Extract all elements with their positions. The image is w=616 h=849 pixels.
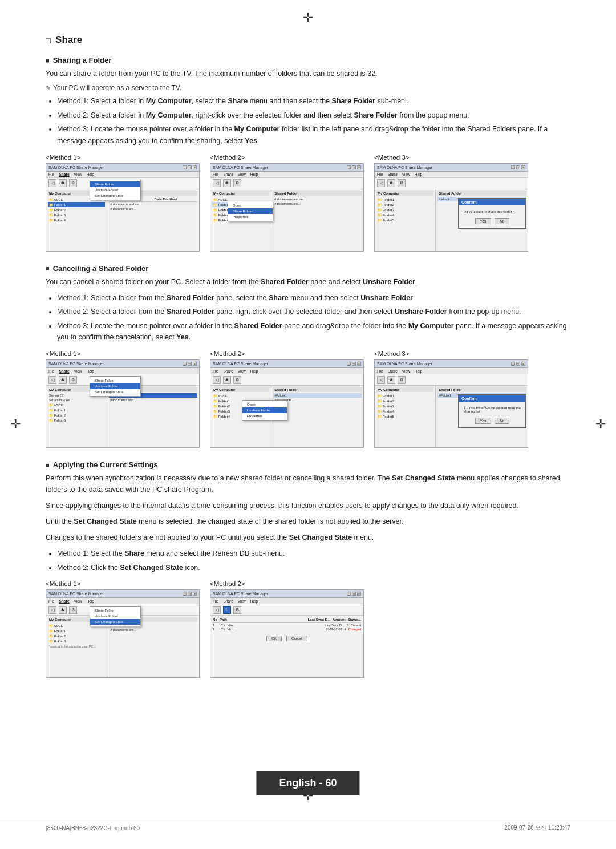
- minimize-btn[interactable]: _: [183, 362, 187, 366]
- toolbar-btn1[interactable]: ◁: [377, 376, 385, 384]
- toolbar-btn3[interactable]: ⚙: [69, 179, 77, 187]
- toolbar-btn3[interactable]: ⚙: [233, 376, 241, 384]
- toolbar-btn2[interactable]: ✱: [387, 179, 395, 187]
- menu-file[interactable]: File: [213, 599, 218, 603]
- toolbar-btn2[interactable]: ✱: [59, 376, 67, 384]
- folder-item[interactable]: 📁 Folder3: [376, 403, 433, 409]
- menu-share[interactable]: Share: [387, 369, 397, 373]
- maximize-btn[interactable]: □: [188, 362, 192, 366]
- maximize-btn[interactable]: □: [352, 165, 356, 169]
- folder-item[interactable]: 📁 Folder2: [48, 413, 105, 418]
- close-btn[interactable]: ×: [357, 362, 361, 366]
- menu-help[interactable]: Help: [87, 172, 94, 176]
- menu-view[interactable]: View: [74, 369, 82, 373]
- close-btn[interactable]: ×: [193, 592, 197, 596]
- set-changed-state-btn[interactable]: ↻: [223, 606, 231, 614]
- no-button[interactable]: No: [495, 418, 509, 424]
- maximize-btn[interactable]: □: [352, 592, 356, 596]
- minimize-btn[interactable]: _: [511, 165, 515, 169]
- toolbar-btn3[interactable]: ⚙: [69, 606, 77, 614]
- unshare-folder-item[interactable]: Unshare Folder: [90, 383, 140, 389]
- yes-button[interactable]: Yes: [475, 418, 492, 424]
- menu-share[interactable]: Share: [59, 599, 69, 603]
- share-folder-item[interactable]: Share Folder: [90, 608, 140, 613]
- ctx-properties[interactable]: Properties: [228, 214, 273, 220]
- menu-help[interactable]: Help: [250, 369, 258, 373]
- share-folder-item[interactable]: Share Folder: [90, 181, 140, 187]
- menu-help[interactable]: Help: [87, 599, 94, 603]
- set-changed-item[interactable]: Set Changed State: [90, 389, 140, 395]
- shared-item[interactable]: # documents and set...: [109, 202, 197, 207]
- menu-share[interactable]: Share: [223, 172, 233, 176]
- menu-share[interactable]: Share: [223, 369, 233, 373]
- menu-file[interactable]: File: [213, 172, 218, 176]
- menu-share[interactable]: Share: [59, 172, 69, 176]
- unshare-folder-item[interactable]: Unshare Folder: [90, 187, 140, 193]
- folder-item[interactable]: 📁 Folder3: [48, 638, 105, 644]
- minimize-btn[interactable]: _: [183, 592, 187, 596]
- shared-item[interactable]: # documents and set...: [273, 197, 362, 201]
- close-btn[interactable]: ×: [193, 165, 197, 169]
- folder-item[interactable]: 📁 ASCE: [212, 393, 269, 398]
- folder-item[interactable]: 📁 Folder2: [376, 202, 433, 207]
- maximize-btn[interactable]: □: [516, 362, 520, 366]
- folder-item[interactable]: Set Smbre & Re...: [48, 398, 105, 402]
- shared-item[interactable]: #documents and...: [109, 398, 197, 402]
- close-btn[interactable]: ×: [357, 165, 361, 169]
- toolbar-btn3[interactable]: ⚙: [233, 606, 241, 614]
- maximize-btn[interactable]: □: [188, 592, 192, 596]
- menu-help[interactable]: Help: [415, 172, 422, 176]
- menu-share[interactable]: Share: [387, 172, 397, 176]
- folder-item[interactable]: 📁 Folder5: [376, 217, 433, 223]
- maximize-btn[interactable]: □: [516, 165, 520, 169]
- toolbar-btn2[interactable]: ✱: [59, 179, 67, 187]
- ok-button[interactable]: OK: [266, 636, 282, 641]
- folder-item[interactable]: 📁 Folder1: [48, 407, 105, 413]
- ctx-properties[interactable]: Properties: [242, 413, 287, 419]
- menu-file[interactable]: File: [48, 369, 54, 373]
- no-button[interactable]: No: [495, 218, 509, 224]
- close-btn[interactable]: ×: [357, 592, 361, 596]
- toolbar-btn2[interactable]: ✱: [223, 376, 231, 384]
- menu-view[interactable]: View: [238, 369, 246, 373]
- folder-item[interactable]: 📁 ASCE: [48, 402, 105, 407]
- share-folder-item[interactable]: Share Folder: [90, 378, 140, 383]
- close-btn[interactable]: ×: [193, 362, 197, 366]
- ctx-open[interactable]: Open: [228, 203, 273, 208]
- cancel-button[interactable]: Cancel: [286, 636, 307, 641]
- menu-view[interactable]: View: [74, 599, 82, 603]
- folder-item[interactable]: 📁 Folder2: [48, 207, 105, 212]
- menu-help[interactable]: Help: [250, 599, 258, 603]
- minimize-btn[interactable]: _: [511, 362, 515, 366]
- toolbar-btn3[interactable]: ⚙: [398, 376, 406, 384]
- menu-view[interactable]: View: [238, 599, 246, 603]
- shared-item[interactable]: # documents are...: [109, 628, 197, 632]
- maximize-btn[interactable]: □: [352, 362, 356, 366]
- toolbar-btn3[interactable]: ⚙: [69, 376, 77, 384]
- toolbar-btn2[interactable]: ✱: [59, 606, 67, 614]
- minimize-btn[interactable]: _: [347, 362, 351, 366]
- folder-item[interactable]: 📁 Folder1: [48, 628, 105, 633]
- ctx-unshare-folder[interactable]: Unshare Folder: [242, 407, 287, 413]
- folder-item[interactable]: 📁 Folder1: [376, 393, 433, 398]
- toolbar-btn1[interactable]: ◁: [213, 376, 221, 384]
- folder-item-selected[interactable]: 📁 Folder1: [48, 202, 105, 207]
- toolbar-btn2[interactable]: ✱: [387, 376, 395, 384]
- toolbar-btn1[interactable]: ◁: [48, 376, 56, 384]
- folder-item[interactable]: 📁 Folder2: [48, 633, 105, 638]
- close-btn[interactable]: ×: [521, 362, 525, 366]
- menu-view[interactable]: View: [238, 172, 246, 176]
- set-changed-item-hl[interactable]: Set Changed State: [90, 619, 140, 625]
- menu-file[interactable]: File: [213, 369, 218, 373]
- unshare-folder-item[interactable]: Unshare Folder: [90, 613, 140, 619]
- menu-view[interactable]: View: [74, 172, 82, 176]
- menu-help[interactable]: Help: [250, 172, 258, 176]
- toolbar-btn1[interactable]: ◁: [213, 606, 221, 614]
- toolbar-btn2[interactable]: ✱: [223, 179, 231, 187]
- maximize-btn[interactable]: □: [188, 165, 192, 169]
- shared-item[interactable]: # documents are...: [273, 201, 362, 206]
- folder-item[interactable]: 📁 Folder3: [48, 212, 105, 217]
- menu-file[interactable]: File: [377, 172, 383, 176]
- ctx-open[interactable]: Open: [242, 402, 287, 407]
- menu-file[interactable]: File: [48, 599, 54, 603]
